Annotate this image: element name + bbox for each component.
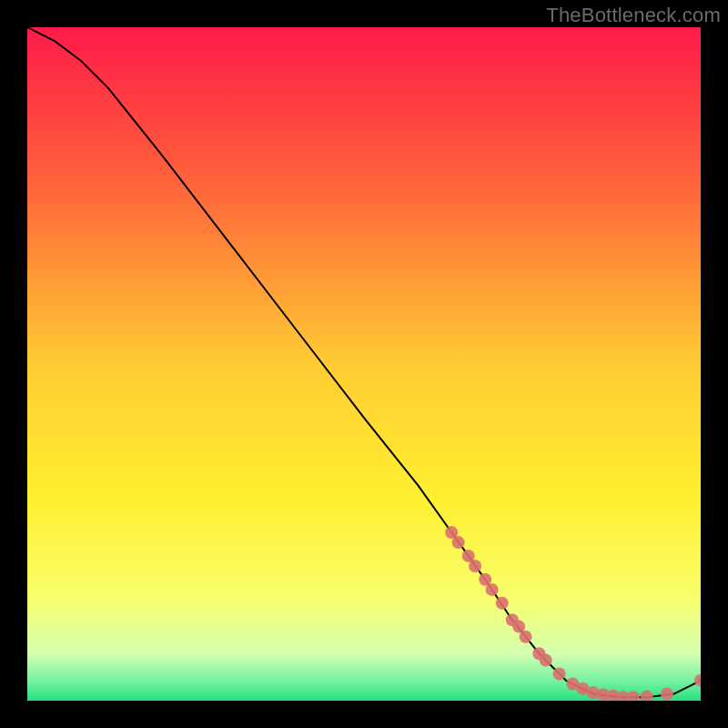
marker-dot: [553, 667, 566, 680]
marker-dot: [486, 583, 499, 596]
marker-dot: [627, 691, 640, 701]
watermark-text: TheBottleneck.com: [546, 4, 721, 27]
markers-layer: [27, 27, 701, 701]
chart-stage: TheBottleneck.com: [0, 0, 728, 728]
marker-dot: [641, 691, 653, 701]
marker-dot: [661, 688, 673, 701]
marker-dot: [694, 674, 701, 687]
marker-dot: [520, 631, 532, 643]
marker-dot: [452, 536, 465, 549]
plot-area: [27, 27, 701, 701]
highlight-dots: [445, 526, 701, 701]
marker-dot: [540, 654, 552, 667]
marker-dot: [496, 597, 509, 610]
marker-dot: [469, 560, 481, 572]
